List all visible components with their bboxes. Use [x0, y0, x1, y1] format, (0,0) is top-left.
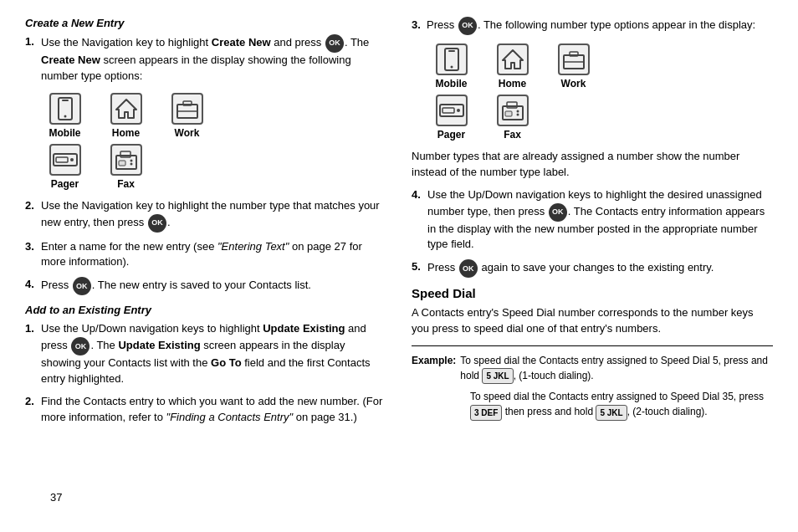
pager-label-r: Pager — [437, 129, 465, 141]
icon-row-2-right: Pager Fax — [428, 95, 773, 141]
create-title: Create a New Entry — [25, 17, 386, 29]
svg-rect-23 — [442, 108, 454, 113]
home-label: Home — [112, 127, 140, 139]
svg-rect-1 — [62, 100, 69, 101]
mobile-icon-item-r: Mobile — [428, 43, 474, 90]
create-step-1: 1. Use the Navigation key to highlight C… — [25, 34, 386, 84]
speed-dial-title: Speed Dial — [412, 286, 773, 300]
work-icon-item-r: Work — [550, 43, 596, 90]
icon-row-1-right: Mobile Home Work — [428, 43, 773, 90]
work-label-left: Work — [175, 127, 200, 139]
work-icon — [171, 93, 203, 125]
add-steps: 1. Use the Up/Down navigation keys to hi… — [25, 321, 386, 425]
fax-label-r: Fax — [504, 129, 521, 141]
svg-point-13 — [130, 159, 132, 161]
fax-icon-r — [497, 95, 529, 126]
svg-point-29 — [516, 114, 519, 116]
pager-label: Pager — [51, 178, 79, 190]
icon-row-2-left: Pager Fax — [42, 144, 386, 190]
page-number: 37 — [50, 491, 62, 504]
number-type-note: Number types that are already assigned a… — [412, 149, 773, 181]
fax-icon-item: Fax — [103, 144, 149, 190]
svg-point-9 — [70, 158, 74, 161]
right-step-3-intro: 3. Press OK. The following number type o… — [412, 17, 773, 35]
svg-marker-18 — [503, 50, 523, 69]
mobile-label: Mobile — [49, 127, 81, 139]
work-icon-item: Work — [164, 93, 210, 139]
add-step-1: 1. Use the Up/Down navigation keys to hi… — [25, 321, 386, 387]
svg-rect-20 — [570, 52, 578, 56]
work-icon-r — [558, 43, 590, 75]
right-step-5: 5. Press OK again to save your changes t… — [412, 259, 773, 278]
pager-icon-item-r: Pager — [428, 95, 474, 141]
fax-icon-item-r: Fax — [489, 95, 535, 141]
mobile-icon-item: Mobile — [42, 93, 88, 139]
key-5jkl: 5 JKL — [482, 368, 513, 384]
svg-point-14 — [130, 162, 132, 165]
example-label: Example: — [412, 353, 456, 384]
svg-rect-27 — [505, 111, 512, 116]
svg-point-17 — [450, 66, 453, 69]
svg-rect-12 — [119, 161, 125, 166]
add-title: Add to an Existing Entry — [25, 304, 386, 316]
mobile-label-r: Mobile — [436, 78, 468, 90]
create-step-4: 4. Press OK. The new entry is saved to y… — [25, 277, 386, 295]
right-steps-4-5: 4. Use the Up/Down navigation keys to hi… — [412, 187, 773, 279]
ok-btn-r3: OK — [458, 17, 477, 35]
ok-btn-s4: OK — [73, 277, 91, 295]
svg-rect-5 — [183, 101, 192, 105]
icon-row-1-left: Mobile Home Work — [42, 93, 386, 139]
ok-btn-add1: OK — [71, 337, 90, 356]
svg-point-28 — [516, 110, 519, 113]
home-icon-item: Home — [103, 93, 149, 139]
example-line-2: To speed dial the Contacts entry assigne… — [470, 389, 773, 420]
fax-icon — [110, 144, 142, 176]
speed-dial-body: A Contacts entry's Speed Dial number cor… — [412, 305, 773, 337]
home-icon-r — [497, 43, 529, 75]
left-column: Create a New Entry 1. Use the Navigation… — [25, 17, 386, 432]
ok-btn-s2: OK — [148, 214, 166, 233]
create-step-3: 3. Enter a name for the new entry (see "… — [25, 239, 386, 271]
right-step-4: 4. Use the Up/Down navigation keys to hi… — [412, 187, 773, 253]
pager-icon-item: Pager — [42, 144, 88, 190]
home-label-r: Home — [499, 78, 526, 90]
add-step-2: 2. Find the Contacts entry to which you … — [25, 394, 386, 426]
right-column: 3. Press OK. The following number type o… — [412, 17, 773, 432]
create-steps-2: 2. Use the Navigation key to highlight t… — [25, 198, 386, 296]
ok-button-icon: OK — [325, 34, 344, 53]
svg-rect-16 — [448, 50, 455, 52]
svg-point-2 — [64, 115, 66, 117]
fax-label: Fax — [117, 178, 135, 190]
svg-marker-3 — [116, 100, 136, 118]
create-steps: 1. Use the Navigation key to highlight C… — [25, 34, 386, 84]
ok-btn-r4: OK — [549, 203, 567, 222]
ok-btn-r5: OK — [459, 259, 478, 278]
pager-icon-r — [436, 95, 468, 126]
svg-point-24 — [457, 109, 460, 112]
work-label-right: Work — [561, 78, 586, 90]
home-icon — [110, 93, 142, 125]
example-line-1: Example: To speed dial the Contacts entr… — [412, 353, 773, 384]
home-icon-item-r: Home — [489, 43, 535, 90]
pager-icon — [49, 144, 81, 176]
key-3def: 3 DEF — [470, 405, 502, 421]
example-box: Example: To speed dial the Contacts entr… — [412, 345, 773, 421]
mobile-icon-r — [436, 43, 468, 75]
create-step-2: 2. Use the Navigation key to highlight t… — [25, 198, 386, 233]
mobile-icon — [49, 93, 81, 125]
svg-rect-8 — [56, 157, 68, 162]
key-5jkl-2: 5 JKL — [596, 405, 627, 421]
